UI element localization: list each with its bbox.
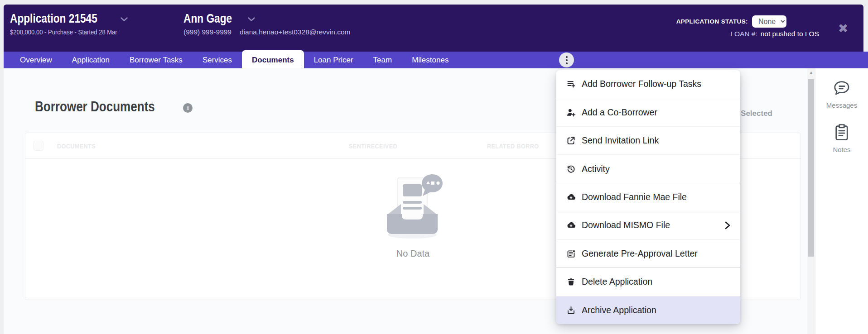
cloud-download-icon bbox=[566, 220, 576, 230]
message-bubble-icon bbox=[832, 78, 851, 97]
scrollbar-up-arrow[interactable]: ▲ bbox=[807, 68, 815, 76]
menu-item-activity[interactable]: Activity bbox=[556, 155, 740, 182]
chevron-down-icon bbox=[248, 17, 255, 22]
content-scrollbar[interactable]: ▲ bbox=[807, 68, 815, 334]
application-actions-menu: Add Borrower Follow-up Tasks Add a Co-Bo… bbox=[556, 70, 740, 324]
tab-milestones[interactable]: Milestones bbox=[402, 52, 458, 68]
menu-item-generate-pre-approval-letter[interactable]: Generate Pre-Approval Letter bbox=[556, 240, 740, 267]
trash-icon bbox=[566, 277, 576, 286]
column-header-related-borrower: RELATED BORRO bbox=[487, 142, 539, 150]
clipboard-icon bbox=[832, 123, 851, 142]
menu-item-download-mismo-file[interactable]: Download MISMO File bbox=[556, 211, 740, 239]
share-icon bbox=[566, 136, 576, 145]
borrower-phone: (999) 999-9999 bbox=[183, 28, 231, 36]
tab-overview[interactable]: Overview bbox=[10, 52, 62, 68]
chevron-down-icon bbox=[121, 17, 128, 22]
borrower-name: Ann Gage bbox=[183, 12, 232, 26]
application-header: Application 21545 $200,000.00 - Purchase… bbox=[4, 5, 863, 52]
menu-item-send-invitation-link[interactable]: Send Invitation Link bbox=[556, 127, 740, 154]
info-icon[interactable]: i bbox=[183, 103, 193, 113]
application-subtitle: $200,000.00 - Purchase - Started 28 Mar bbox=[10, 28, 117, 36]
application-status-label: APPLICATION STATUS: bbox=[676, 18, 748, 25]
letter-badge-icon bbox=[566, 249, 576, 258]
tab-team[interactable]: Team bbox=[363, 52, 402, 68]
loan-number-label: LOAN #: bbox=[730, 30, 757, 38]
close-icon[interactable]: ✖ bbox=[836, 22, 850, 35]
cloud-download-icon bbox=[566, 192, 576, 202]
borrower-email: diana.henao+test0328@revvin.com bbox=[240, 28, 351, 36]
person-add-icon bbox=[566, 108, 576, 117]
sidebar-item-label: Messages bbox=[826, 101, 857, 109]
tab-bar: Overview Application Borrower Tasks Serv… bbox=[4, 52, 868, 68]
column-header-documents: DOCUMENTS bbox=[57, 142, 96, 150]
no-data-label: No Data bbox=[396, 248, 429, 259]
menu-item-add-borrower-follow-up-tasks[interactable]: Add Borrower Follow-up Tasks bbox=[556, 70, 740, 98]
tab-borrower-tasks[interactable]: Borrower Tasks bbox=[120, 52, 193, 68]
sidebar-item-label: Notes bbox=[833, 146, 850, 153]
borrower-name-dropdown[interactable]: Ann Gage bbox=[183, 11, 351, 26]
tab-documents[interactable]: Documents bbox=[242, 50, 304, 68]
application-title-dropdown[interactable]: Application 21545 bbox=[10, 11, 138, 26]
utility-sidebar: Messages Notes bbox=[815, 68, 868, 334]
loan-number-value: not pushed to LOS bbox=[761, 30, 819, 38]
kebab-menu-icon[interactable] bbox=[559, 52, 574, 67]
tab-services[interactable]: Services bbox=[193, 52, 242, 68]
tab-loan-pricer[interactable]: Loan Pricer bbox=[304, 52, 363, 68]
chevron-right-icon bbox=[725, 221, 730, 229]
page-title: Borrower Documents bbox=[35, 99, 155, 115]
empty-inbox-illustration bbox=[379, 172, 447, 241]
sidebar-item-messages[interactable]: Messages bbox=[826, 78, 857, 109]
dots-speech-bubble-icon bbox=[422, 174, 443, 196]
column-header-sent-received: SENT/RECEIVED bbox=[349, 142, 397, 150]
tab-application[interactable]: Application bbox=[62, 52, 120, 68]
scrollbar-thumb[interactable] bbox=[808, 79, 814, 257]
menu-item-add-a-co-borrower[interactable]: Add a Co-Borrower bbox=[556, 98, 740, 126]
menu-item-archive-application[interactable]: Archive Application bbox=[556, 296, 740, 324]
menu-item-delete-application[interactable]: Delete Application bbox=[556, 268, 740, 296]
archive-icon bbox=[566, 305, 576, 315]
application-title: Application 21545 bbox=[10, 12, 97, 26]
history-icon bbox=[566, 164, 576, 174]
application-status-select[interactable]: None bbox=[752, 15, 786, 28]
select-all-checkbox[interactable] bbox=[34, 141, 43, 151]
playlist-add-icon bbox=[566, 79, 576, 89]
menu-item-download-fannie-mae-file[interactable]: Download Fannie Mae File bbox=[556, 183, 740, 211]
sidebar-item-notes[interactable]: Notes bbox=[832, 123, 851, 153]
